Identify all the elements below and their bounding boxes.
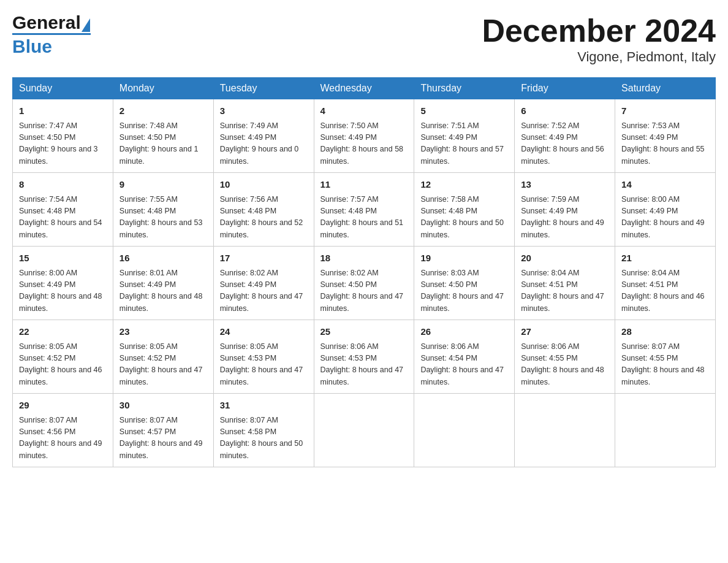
calendar-day-cell: 5 Sunrise: 7:51 AM Sunset: 4:49 PM Dayli… xyxy=(414,99,515,173)
day-info: Sunrise: 8:00 AM Sunset: 4:49 PM Dayligh… xyxy=(19,267,107,315)
day-info: Sunrise: 8:01 AM Sunset: 4:49 PM Dayligh… xyxy=(119,267,207,315)
page-header: General Blue December 2024 Vigone, Piedm… xyxy=(12,12,716,65)
calendar-day-header: Wednesday xyxy=(314,78,414,99)
day-number: 10 xyxy=(220,178,308,192)
day-number: 1 xyxy=(19,104,107,118)
calendar-header-row: SundayMondayTuesdayWednesdayThursdayFrid… xyxy=(13,78,716,99)
calendar-day-header: Monday xyxy=(113,78,213,99)
day-info: Sunrise: 7:48 AM Sunset: 4:50 PM Dayligh… xyxy=(119,120,207,168)
logo-triangle-icon xyxy=(82,18,90,32)
calendar-day-cell: 3 Sunrise: 7:49 AM Sunset: 4:49 PM Dayli… xyxy=(213,99,314,173)
calendar-day-cell: 18 Sunrise: 8:02 AM Sunset: 4:50 PM Dayl… xyxy=(314,247,414,320)
day-info: Sunrise: 8:00 AM Sunset: 4:49 PM Dayligh… xyxy=(621,194,709,242)
calendar-day-cell: 20 Sunrise: 8:04 AM Sunset: 4:51 PM Dayl… xyxy=(515,247,615,320)
calendar-day-cell: 27 Sunrise: 8:06 AM Sunset: 4:55 PM Dayl… xyxy=(515,320,615,394)
calendar-day-cell: 8 Sunrise: 7:54 AM Sunset: 4:48 PM Dayli… xyxy=(13,173,113,247)
logo-blue-text: Blue xyxy=(12,36,52,57)
day-number: 13 xyxy=(521,178,609,192)
day-number: 28 xyxy=(621,325,709,339)
day-info: Sunrise: 8:06 AM Sunset: 4:53 PM Dayligh… xyxy=(320,341,408,389)
day-number: 31 xyxy=(220,399,308,413)
day-number: 18 xyxy=(320,251,408,266)
day-info: Sunrise: 8:07 AM Sunset: 4:58 PM Dayligh… xyxy=(220,415,308,462)
calendar-day-cell: 24 Sunrise: 8:05 AM Sunset: 4:53 PM Dayl… xyxy=(213,320,314,394)
calendar-day-cell xyxy=(414,394,515,467)
day-number: 27 xyxy=(521,325,609,339)
day-number: 24 xyxy=(220,325,308,339)
day-info: Sunrise: 8:03 AM Sunset: 4:50 PM Dayligh… xyxy=(420,267,508,315)
calendar-day-cell: 1 Sunrise: 7:47 AM Sunset: 4:50 PM Dayli… xyxy=(13,99,113,173)
day-info: Sunrise: 7:53 AM Sunset: 4:49 PM Dayligh… xyxy=(621,120,709,168)
day-info: Sunrise: 7:51 AM Sunset: 4:49 PM Dayligh… xyxy=(420,120,508,168)
calendar-day-cell xyxy=(314,394,414,467)
calendar-week-row: 15 Sunrise: 8:00 AM Sunset: 4:49 PM Dayl… xyxy=(13,247,716,320)
calendar-day-cell: 10 Sunrise: 7:56 AM Sunset: 4:48 PM Dayl… xyxy=(213,173,314,247)
day-number: 3 xyxy=(220,104,308,118)
day-number: 22 xyxy=(19,325,107,339)
calendar-day-cell: 4 Sunrise: 7:50 AM Sunset: 4:49 PM Dayli… xyxy=(314,99,414,173)
calendar-day-header: Thursday xyxy=(414,78,515,99)
day-info: Sunrise: 8:02 AM Sunset: 4:49 PM Dayligh… xyxy=(220,267,308,315)
day-number: 2 xyxy=(119,104,207,118)
day-number: 11 xyxy=(320,178,408,192)
day-info: Sunrise: 7:59 AM Sunset: 4:49 PM Dayligh… xyxy=(521,194,609,242)
day-number: 7 xyxy=(621,104,709,118)
day-info: Sunrise: 8:05 AM Sunset: 4:52 PM Dayligh… xyxy=(19,341,107,389)
month-year-title: December 2024 xyxy=(482,12,716,49)
day-number: 12 xyxy=(420,178,508,192)
calendar-day-cell: 31 Sunrise: 8:07 AM Sunset: 4:58 PM Dayl… xyxy=(213,394,314,467)
day-number: 4 xyxy=(320,104,408,118)
day-number: 23 xyxy=(119,325,207,339)
calendar-day-header: Saturday xyxy=(615,78,716,99)
day-info: Sunrise: 8:07 AM Sunset: 4:57 PM Dayligh… xyxy=(119,415,207,462)
calendar-day-cell: 2 Sunrise: 7:48 AM Sunset: 4:50 PM Dayli… xyxy=(113,99,213,173)
calendar-day-cell xyxy=(615,394,716,467)
calendar-day-cell: 13 Sunrise: 7:59 AM Sunset: 4:49 PM Dayl… xyxy=(515,173,615,247)
calendar-day-cell: 23 Sunrise: 8:05 AM Sunset: 4:52 PM Dayl… xyxy=(113,320,213,394)
day-number: 5 xyxy=(420,104,508,118)
day-info: Sunrise: 8:07 AM Sunset: 4:55 PM Dayligh… xyxy=(621,341,709,389)
calendar-day-cell: 6 Sunrise: 7:52 AM Sunset: 4:49 PM Dayli… xyxy=(515,99,615,173)
calendar-day-cell: 14 Sunrise: 8:00 AM Sunset: 4:49 PM Dayl… xyxy=(615,173,716,247)
day-info: Sunrise: 7:55 AM Sunset: 4:48 PM Dayligh… xyxy=(119,194,207,242)
calendar-day-cell: 9 Sunrise: 7:55 AM Sunset: 4:48 PM Dayli… xyxy=(113,173,213,247)
calendar-day-cell: 12 Sunrise: 7:58 AM Sunset: 4:48 PM Dayl… xyxy=(414,173,515,247)
day-info: Sunrise: 7:47 AM Sunset: 4:50 PM Dayligh… xyxy=(19,120,107,168)
day-info: Sunrise: 8:04 AM Sunset: 4:51 PM Dayligh… xyxy=(621,267,709,315)
calendar-day-cell: 16 Sunrise: 8:01 AM Sunset: 4:49 PM Dayl… xyxy=(113,247,213,320)
calendar-day-cell: 7 Sunrise: 7:53 AM Sunset: 4:49 PM Dayli… xyxy=(615,99,716,173)
calendar-day-cell: 25 Sunrise: 8:06 AM Sunset: 4:53 PM Dayl… xyxy=(314,320,414,394)
day-number: 20 xyxy=(521,251,609,266)
calendar-week-row: 29 Sunrise: 8:07 AM Sunset: 4:56 PM Dayl… xyxy=(13,394,716,467)
day-info: Sunrise: 7:56 AM Sunset: 4:48 PM Dayligh… xyxy=(220,194,308,242)
day-info: Sunrise: 8:04 AM Sunset: 4:51 PM Dayligh… xyxy=(521,267,609,315)
day-number: 30 xyxy=(119,399,207,413)
calendar-week-row: 8 Sunrise: 7:54 AM Sunset: 4:48 PM Dayli… xyxy=(13,173,716,247)
day-info: Sunrise: 8:02 AM Sunset: 4:50 PM Dayligh… xyxy=(320,267,408,315)
day-info: Sunrise: 8:06 AM Sunset: 4:55 PM Dayligh… xyxy=(521,341,609,389)
day-info: Sunrise: 7:52 AM Sunset: 4:49 PM Dayligh… xyxy=(521,120,609,168)
calendar-day-header: Friday xyxy=(515,78,615,99)
calendar-day-cell: 21 Sunrise: 8:04 AM Sunset: 4:51 PM Dayl… xyxy=(615,247,716,320)
day-info: Sunrise: 8:07 AM Sunset: 4:56 PM Dayligh… xyxy=(19,415,107,462)
day-info: Sunrise: 7:49 AM Sunset: 4:49 PM Dayligh… xyxy=(220,120,308,168)
calendar-day-cell: 28 Sunrise: 8:07 AM Sunset: 4:55 PM Dayl… xyxy=(615,320,716,394)
day-number: 14 xyxy=(621,178,709,192)
calendar-day-cell: 30 Sunrise: 8:07 AM Sunset: 4:57 PM Dayl… xyxy=(113,394,213,467)
day-info: Sunrise: 7:54 AM Sunset: 4:48 PM Dayligh… xyxy=(19,194,107,242)
calendar-day-cell xyxy=(515,394,615,467)
day-info: Sunrise: 8:05 AM Sunset: 4:52 PM Dayligh… xyxy=(119,341,207,389)
logo: General Blue xyxy=(12,12,91,57)
day-number: 25 xyxy=(320,325,408,339)
calendar-day-header: Tuesday xyxy=(213,78,314,99)
calendar-day-cell: 15 Sunrise: 8:00 AM Sunset: 4:49 PM Dayl… xyxy=(13,247,113,320)
day-info: Sunrise: 8:06 AM Sunset: 4:54 PM Dayligh… xyxy=(420,341,508,389)
calendar-day-cell: 11 Sunrise: 7:57 AM Sunset: 4:48 PM Dayl… xyxy=(314,173,414,247)
day-number: 21 xyxy=(621,251,709,266)
calendar-week-row: 22 Sunrise: 8:05 AM Sunset: 4:52 PM Dayl… xyxy=(13,320,716,394)
day-number: 15 xyxy=(19,251,107,266)
calendar-day-header: Sunday xyxy=(13,78,113,99)
day-info: Sunrise: 7:57 AM Sunset: 4:48 PM Dayligh… xyxy=(320,194,408,242)
day-number: 26 xyxy=(420,325,508,339)
day-number: 19 xyxy=(420,251,508,266)
